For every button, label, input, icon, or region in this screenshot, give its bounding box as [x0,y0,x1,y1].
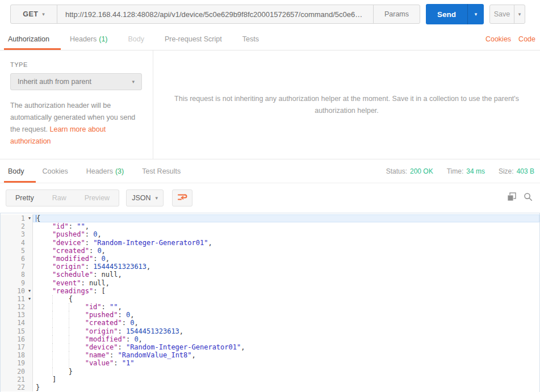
save-button[interactable]: Save [490,5,514,23]
line-number-gutter: 1▾ [1,214,33,222]
code-line: 20} [1,368,539,376]
view-pretty[interactable]: Pretty [6,190,43,206]
copy-icon [507,192,516,204]
code-line: 19"value": "1" [1,359,539,367]
line-number-gutter: 21 [1,376,33,383]
code-line: 21] [1,376,539,383]
line-number-gutter: 16 [1,335,33,343]
format-dropdown[interactable]: JSON ▾ [126,189,164,206]
line-number-gutter: 4 [1,239,33,247]
code-line: 18"name": "RandomValue_Int8", [1,351,539,359]
authorization-panel: TYPE Inherit auth from parent ▾ The auth… [0,50,540,159]
tab-tests[interactable]: Tests [242,28,259,50]
chevron-down-icon: ▾ [475,12,478,17]
code-line: 7"origin": 1544451323613, [1,263,539,271]
code-line: 6"modified": 0, [1,255,539,263]
line-number-gutter: 19 [1,359,33,367]
response-body-editor[interactable]: 1▾{2"id": "",3"pushed": 0,4"device": "Ra… [0,213,540,392]
response-tab-body[interactable]: Body [8,159,24,183]
send-button[interactable]: Send [426,4,467,24]
line-number-gutter: 15 [1,327,33,335]
copy-button[interactable] [507,192,516,204]
line-number-gutter: 10▾ [1,287,33,295]
search-button[interactable] [524,192,533,204]
code-line: 22} [1,383,539,391]
line-number-gutter: 7 [1,263,33,271]
url-input[interactable]: http://192.168.44.128:48082/api/v1/devic… [57,5,373,23]
code-line: 15"origin": 1544451323613, [1,327,539,335]
line-number-gutter: 17 [1,343,33,351]
code-line: 17"device": "Random-Integer-Generator01"… [1,343,539,351]
auth-helper-message: This request is not inheriting any autho… [170,93,524,117]
wrap-text-button[interactable] [172,189,192,206]
code-line: 12"id": "", [1,303,539,311]
line-number-gutter: 18 [1,351,33,359]
time-indicator: Time: 34 ms [447,167,485,175]
auth-type-value: Inherit auth from parent [18,78,132,86]
code-line: 4"device": "Random-Integer-Generator01", [1,239,539,247]
tab-authorization[interactable]: Authorization [8,28,49,50]
line-number-gutter: 14 [1,319,33,327]
auth-description: The authorization header will be automat… [10,100,143,147]
response-tab-test-results[interactable]: Test Results [142,159,181,183]
code-line: 11▾{ [1,295,539,303]
method-value: GET [23,10,38,18]
line-number-gutter: 5 [1,247,33,255]
code-link[interactable]: Code [518,35,535,43]
chevron-down-icon: ▾ [156,196,158,201]
request-url-bar: GET ▾ http://192.168.44.128:48082/api/v1… [0,0,540,28]
view-switcher: Pretty Raw Preview [6,189,119,206]
line-number-gutter: 6 [1,255,33,263]
size-indicator: Size: 403 B [499,167,534,175]
code-line: 2"id": "", [1,222,539,230]
response-headers-count-badge: (3) [115,167,124,175]
line-number-gutter: 9 [1,279,33,287]
code-line: 3"pushed": 0, [1,230,539,238]
line-number-gutter: 8 [1,271,33,279]
response-view-toolbar: Pretty Raw Preview JSON ▾ [0,183,540,213]
line-number-gutter: 22 [1,383,33,391]
code-line: 1▾{ [1,214,539,222]
chevron-down-icon: ▾ [132,79,135,85]
time-value: 34 ms [466,167,485,175]
response-tab-cookies[interactable]: Cookies [43,159,68,183]
method-dropdown[interactable]: GET ▾ [11,5,57,23]
auth-type-label: TYPE [10,61,143,68]
code-line: 10▾"readings": [ [1,287,539,295]
save-options-dropdown[interactable]: ▾ [514,5,525,23]
auth-type-dropdown[interactable]: Inherit auth from parent ▾ [10,73,142,90]
line-number-gutter: 12 [1,303,33,311]
tab-headers[interactable]: Headers (1) [70,28,108,50]
save-split-button: Save ▾ [489,5,525,24]
request-tab-bar: Authorization Headers (1) Body Pre-reque… [0,28,540,50]
chevron-down-icon: ▾ [518,12,521,17]
tab-body[interactable]: Body [128,28,145,50]
url-value: http://192.168.44.128:48082/api/v1/devic… [65,10,362,19]
cookies-link[interactable]: Cookies [485,35,511,43]
code-lines: 1▾{2"id": "",3"pushed": 0,4"device": "Ra… [1,214,539,391]
status-indicator: Status: 200 OK [386,167,433,175]
fold-toggle-icon[interactable]: ▾ [25,295,31,303]
fold-toggle-icon[interactable]: ▾ [25,214,31,222]
send-split-button: Send ▾ [426,4,484,24]
line-number-gutter: 2 [1,222,33,230]
code-line: 5"created": 0, [1,247,539,255]
format-value: JSON [132,194,150,202]
status-value: 200 OK [410,167,433,175]
auth-type-column: TYPE Inherit auth from parent ▾ The auth… [0,50,153,159]
wrap-text-icon [177,193,187,204]
url-input-group: GET ▾ http://192.168.44.128:48082/api/v1… [10,5,420,24]
response-meta: Status: 200 OK Time: 34 ms Size: 403 B [386,167,540,175]
send-options-dropdown[interactable]: ▾ [467,4,484,24]
view-raw[interactable]: Raw [43,190,76,206]
params-button[interactable]: Params [373,5,420,23]
code-line: 16"modified": 0, [1,335,539,343]
fold-toggle-icon[interactable]: ▾ [25,287,31,295]
code-line: 14"created": 0, [1,319,539,327]
line-number-gutter: 11▾ [1,295,33,303]
response-tab-headers[interactable]: Headers (3) [86,159,124,183]
tab-pre-request-script[interactable]: Pre-request Script [165,28,222,50]
line-number-gutter: 13 [1,311,33,319]
size-value: 403 B [517,167,534,175]
view-preview[interactable]: Preview [76,190,119,206]
